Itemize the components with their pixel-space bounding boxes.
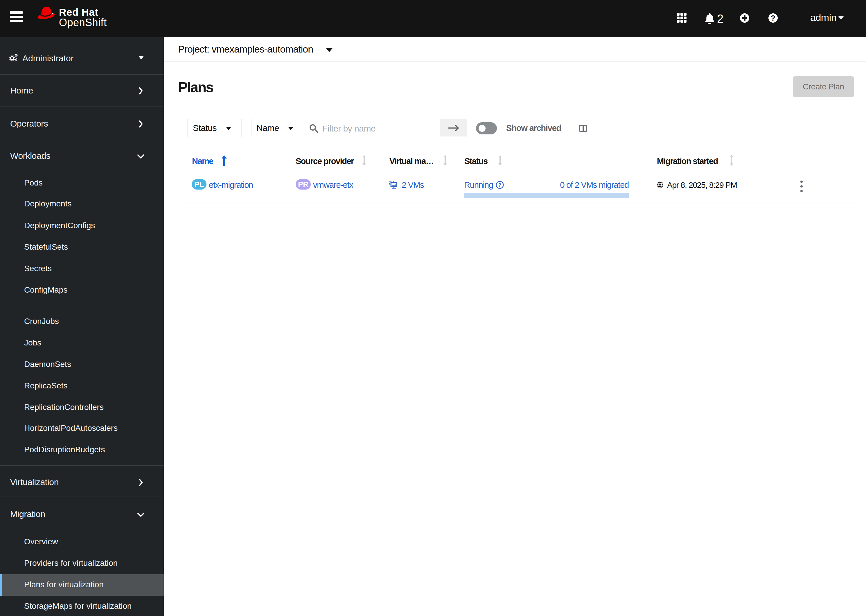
svg-text:?: ? bbox=[498, 182, 501, 187]
